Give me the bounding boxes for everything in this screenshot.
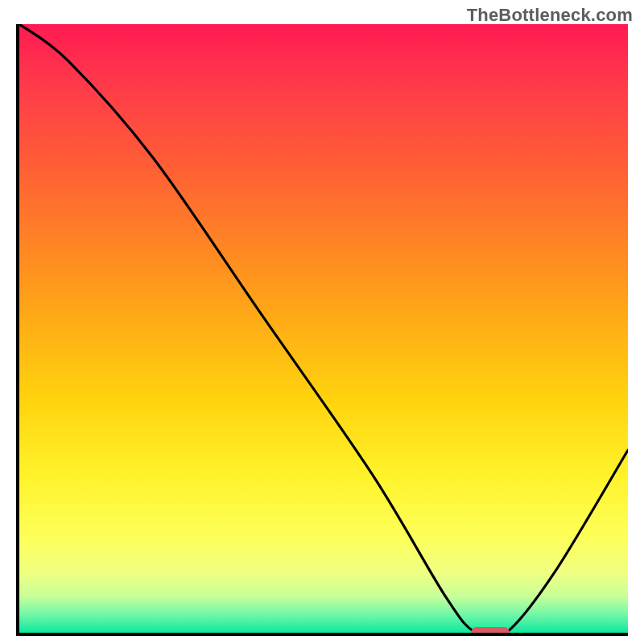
optimal-marker bbox=[471, 627, 510, 636]
chart-canvas: TheBottleneck.com bbox=[0, 0, 644, 644]
plot-area bbox=[16, 24, 628, 636]
watermark: TheBottleneck.com bbox=[467, 5, 633, 26]
bottleneck-curve bbox=[19, 24, 628, 633]
